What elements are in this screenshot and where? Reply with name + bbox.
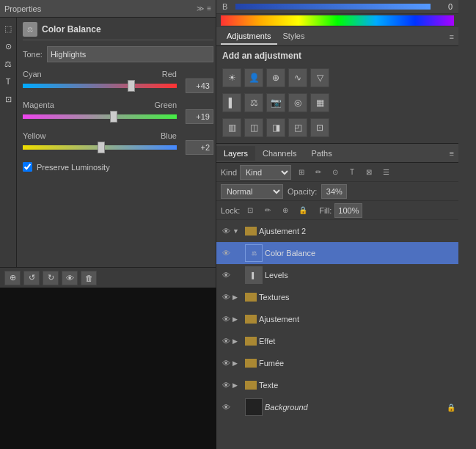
panel-menu-icon[interactable]: ≡ — [207, 4, 211, 12]
eye-ajustement[interactable]: 👁 — [219, 313, 232, 326]
tab-adjustments[interactable]: Adjustments — [221, 29, 277, 45]
blend-mode-select[interactable]: Normal Dissolve Multiply Screen — [221, 184, 283, 199]
adj-brightness-btn[interactable]: ☀ — [222, 68, 241, 87]
visibility-btn[interactable]: 👁 — [62, 271, 78, 285]
lock-draw-btn[interactable]: ✏ — [260, 203, 275, 218]
lock-move-btn[interactable]: ⊕ — [278, 203, 293, 218]
delete-btn[interactable]: 🗑 — [81, 271, 97, 285]
kind-icon-adjust[interactable]: ✏ — [311, 165, 326, 180]
lock-all-btn[interactable]: 🔒 — [296, 203, 310, 218]
tool-btn-5[interactable]: ⊡ — [0, 91, 16, 107]
adj-gradient5-btn[interactable]: ⊡ — [310, 118, 329, 137]
cyan-red-input[interactable] — [23, 80, 177, 92]
kind-select[interactable]: Kind — [240, 165, 291, 180]
eye-ajustement2[interactable]: 👁 — [219, 224, 232, 238]
opacity-input[interactable] — [321, 184, 347, 199]
kind-icon-smart[interactable]: ☰ — [378, 165, 393, 180]
collapse-icon[interactable]: ≫ — [197, 4, 204, 12]
adj-gradient1-btn[interactable]: ▥ — [222, 118, 241, 137]
layer-row-background[interactable]: 👁 Background 🔒 — [216, 396, 458, 418]
adj-hue-btn[interactable]: ▌ — [222, 93, 241, 112]
tab-styles[interactable]: Styles — [277, 29, 311, 45]
eye-fumee[interactable]: 👁 — [219, 357, 232, 370]
tool-btn-4[interactable]: T — [0, 73, 16, 90]
svg-point-2 — [7, 409, 37, 431]
layers-menu-icon[interactable]: ≡ — [450, 149, 458, 158]
adj-gradient2-btn[interactable]: ◫ — [244, 118, 263, 137]
kind-icon-type[interactable]: ⊙ — [328, 165, 343, 180]
cyan-red-value[interactable] — [186, 79, 213, 93]
expand-ajustement[interactable]: ▶ — [232, 315, 243, 323]
adj-channel-btn[interactable]: ◎ — [288, 93, 307, 112]
adj-gradient3-btn[interactable]: ◨ — [266, 118, 285, 137]
kind-icon-pixel[interactable]: ⊞ — [294, 165, 309, 180]
adjustments-menu-icon[interactable]: ≡ — [450, 32, 454, 41]
layer-row-ajustement2[interactable]: 👁 ▼ Ajustement 2 — [216, 220, 458, 242]
gradient-bar — [221, 15, 454, 26]
layer-row-colorbalance[interactable]: 👁 ⚖ Color Balance — [216, 242, 458, 264]
adj-exposure-btn[interactable]: ∿ — [288, 68, 307, 87]
magenta-green-value[interactable] — [186, 109, 213, 124]
yellow-blue-value[interactable] — [186, 140, 213, 155]
lock-pixel-btn[interactable]: ⊡ — [243, 203, 257, 218]
green-label: Green — [154, 101, 177, 109]
eye-textures[interactable]: 👁 — [219, 291, 232, 304]
eye-texte[interactable]: 👁 — [219, 379, 232, 392]
kind-icon-text[interactable]: T — [345, 165, 359, 180]
cyan-red-labels: Cyan Red — [23, 70, 177, 79]
eye-effet[interactable]: 👁 — [219, 335, 232, 348]
expand-textures[interactable]: ▶ — [232, 293, 243, 301]
kind-icons: ⊞ ✏ ⊙ T ⊠ ☰ — [294, 165, 393, 180]
folder-icon-ajustement2 — [245, 227, 257, 236]
preserve-checkbox[interactable] — [23, 162, 32, 172]
tone-label: Tone: — [23, 50, 43, 59]
layer-name-background: Background — [265, 403, 444, 412]
adj-gradient4-btn[interactable]: ◰ — [288, 118, 307, 137]
adj-photo-btn[interactable]: 📷 — [266, 93, 285, 112]
tab-layers[interactable]: Layers — [216, 146, 255, 161]
eye-levels[interactable]: 👁 — [219, 269, 232, 282]
opacity-label: Opacity: — [288, 187, 317, 196]
yellow-blue-input[interactable] — [23, 142, 177, 153]
eye-colorbalance[interactable]: 👁 — [219, 247, 232, 260]
adj-levels-btn[interactable]: 👤 — [244, 68, 263, 87]
fill-input[interactable] — [334, 203, 362, 218]
magenta-green-input[interactable] — [23, 111, 177, 123]
expand-fumee[interactable]: ▶ — [232, 359, 243, 367]
adj-grid-btn[interactable]: ▦ — [310, 93, 329, 112]
b-label: B — [222, 2, 231, 11]
add-btn[interactable]: ⊕ — [4, 271, 21, 285]
expand-ajustement2[interactable]: ▼ — [232, 227, 243, 235]
layers-lock-row: Lock: ⊡ ✏ ⊕ 🔒 Fill: — [216, 201, 458, 220]
kind-icon-shape[interactable]: ⊠ — [362, 165, 376, 180]
layer-row-ajustement[interactable]: 👁 ▶ Ajustement — [216, 308, 458, 330]
layer-name-ajustement: Ajustement — [259, 315, 455, 324]
adj-vibrance-btn[interactable]: ▽ — [310, 68, 329, 87]
reset-btn[interactable]: ↺ — [23, 271, 40, 285]
layer-row-levels[interactable]: 👁 ▌ Levels — [216, 264, 458, 286]
layer-row-fumee[interactable]: 👁 ▶ Fumée — [216, 352, 458, 374]
tool-btn-1[interactable]: ⬚ — [0, 21, 16, 37]
folder-icon-ajustement — [245, 315, 257, 324]
tab-channels[interactable]: Channels — [255, 146, 304, 161]
layer-name-texte: Texte — [259, 381, 455, 390]
expand-texte[interactable]: ▶ — [232, 382, 243, 389]
tool-btn-2[interactable]: ⊙ — [0, 38, 16, 54]
tool-btn-3[interactable]: ⚖ — [0, 56, 16, 72]
layers-section: Layers Channels Paths ≡ Kind Kind ⊞ ✏ ⊙ … — [216, 144, 458, 449]
redo-btn[interactable]: ↻ — [43, 271, 59, 285]
tab-paths[interactable]: Paths — [304, 146, 340, 161]
layers-blend-row: Normal Dissolve Multiply Screen Opacity: — [216, 182, 458, 201]
layer-row-textures[interactable]: 👁 ▶ Textures — [216, 286, 458, 308]
expand-effet[interactable]: ▶ — [232, 337, 243, 345]
adj-curves-btn[interactable]: ⊕ — [266, 68, 285, 87]
magenta-green-labels: Magenta Green — [23, 101, 177, 109]
yellow-blue-labels: Yellow Blue — [23, 131, 177, 140]
layer-row-effet[interactable]: 👁 ▶ Effet — [216, 330, 458, 352]
b-value: 0 — [435, 2, 453, 11]
tone-select[interactable]: Shadows Midtones Highlights — [47, 46, 213, 62]
adj-colorbalance-btn[interactable]: ⚖ — [244, 93, 263, 112]
layer-row-texte[interactable]: 👁 ▶ Texte — [216, 374, 458, 396]
folder-icon-fumee — [245, 359, 257, 368]
eye-background[interactable]: 👁 — [219, 401, 232, 414]
